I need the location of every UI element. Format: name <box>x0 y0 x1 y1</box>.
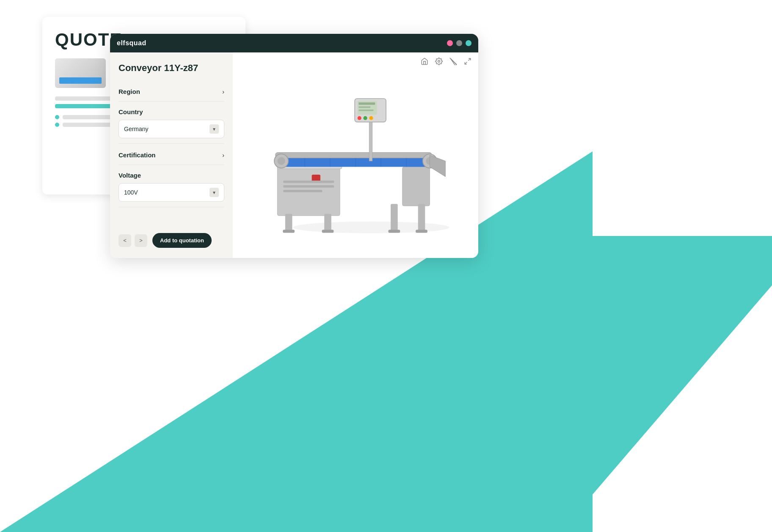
svg-rect-37 <box>358 110 373 111</box>
svg-point-0 <box>438 60 440 63</box>
bottom-nav: < > Add to quotation <box>119 226 224 248</box>
country-select[interactable]: Germany ▼ <box>119 120 224 138</box>
product-image-area <box>233 72 478 258</box>
certification-chevron: › <box>222 152 224 159</box>
conveyor-svg <box>254 93 457 237</box>
country-dropdown-arrow: ▼ <box>210 124 219 134</box>
quote-bg-product-image <box>55 58 106 88</box>
svg-line-2 <box>469 58 471 60</box>
tag-icon[interactable] <box>449 58 457 67</box>
svg-rect-22 <box>324 214 331 231</box>
svg-rect-24 <box>322 230 334 233</box>
svg-point-34 <box>369 116 373 120</box>
home-icon[interactable] <box>421 58 428 67</box>
svg-rect-27 <box>389 230 400 233</box>
certification-row[interactable]: Certification › <box>119 145 224 165</box>
svg-line-3 <box>465 62 467 64</box>
region-label: Region <box>119 88 140 95</box>
dot-pink <box>447 40 453 46</box>
product-title: Conveyor 11Y-z87 <box>119 63 224 74</box>
country-section: Country Germany ▼ <box>119 103 224 144</box>
svg-point-32 <box>358 116 361 120</box>
svg-rect-39 <box>283 181 334 183</box>
svg-rect-7 <box>403 167 430 206</box>
voltage-dropdown-arrow: ▼ <box>210 188 219 197</box>
browser-content: Conveyor 11Y-z87 Region › Country German… <box>110 52 478 258</box>
svg-rect-15 <box>276 152 432 158</box>
country-label: Country <box>119 108 224 115</box>
svg-rect-25 <box>391 204 398 231</box>
teal-triangle-right <box>560 236 772 532</box>
svg-rect-35 <box>358 102 375 105</box>
settings-icon[interactable] <box>435 58 443 67</box>
country-value: Germany <box>124 126 149 132</box>
quote-bg-dot-2 <box>55 123 59 127</box>
browser-window: elfsquad Conveyor 11Y-z87 Region › Count… <box>110 34 478 258</box>
voltage-section: Voltage 100V ▼ <box>119 167 224 207</box>
svg-rect-40 <box>283 185 334 188</box>
svg-point-33 <box>363 116 367 120</box>
browser-dots <box>447 40 471 46</box>
next-button[interactable]: > <box>135 234 147 247</box>
browser-brand: elfsquad <box>117 39 146 47</box>
browser-titlebar: elfsquad <box>110 34 478 52</box>
svg-point-17 <box>277 157 285 165</box>
svg-rect-28 <box>416 230 427 233</box>
voltage-label: Voltage <box>119 172 224 179</box>
svg-rect-21 <box>285 214 292 231</box>
voltage-value: 100V <box>124 189 138 196</box>
svg-rect-26 <box>418 204 425 231</box>
svg-rect-36 <box>358 107 370 108</box>
voltage-select[interactable]: 100V ▼ <box>119 183 224 202</box>
dot-gray <box>456 40 462 46</box>
region-chevron: › <box>222 88 224 95</box>
expand-icon[interactable] <box>464 58 471 67</box>
svg-marker-20 <box>430 155 445 177</box>
toolbar <box>233 52 478 72</box>
svg-rect-41 <box>283 190 322 192</box>
svg-rect-23 <box>283 230 295 233</box>
certification-section: Certification › <box>119 145 224 165</box>
certification-label: Certification <box>119 151 156 159</box>
region-section: Region › <box>119 82 224 101</box>
quote-bg-dot-1 <box>55 115 59 119</box>
dot-teal-small <box>466 40 471 46</box>
right-panel <box>233 52 478 258</box>
prev-button[interactable]: < <box>119 234 131 247</box>
region-row[interactable]: Region › <box>119 82 224 101</box>
left-panel: Conveyor 11Y-z87 Region › Country German… <box>110 52 233 258</box>
add-quotation-button[interactable]: Add to quotation <box>152 233 212 248</box>
